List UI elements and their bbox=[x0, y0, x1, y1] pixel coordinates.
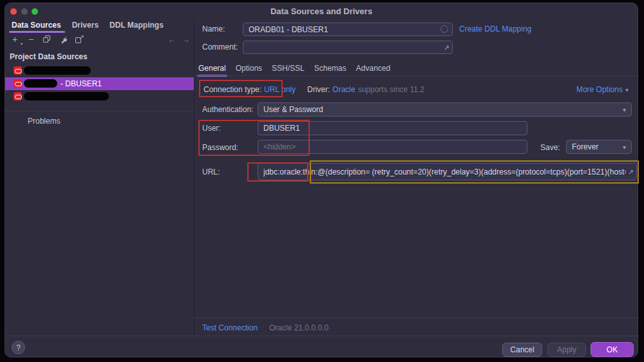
connection-type-value[interactable]: URL only bbox=[264, 85, 296, 94]
tab-schemas[interactable]: Schemas bbox=[314, 64, 346, 73]
titlebar: Data Sources and Drivers bbox=[5, 3, 638, 19]
driver-name-link[interactable]: Oracle bbox=[332, 85, 355, 94]
chevron-down-icon: ▾ bbox=[623, 106, 626, 113]
create-ddl-mapping-link[interactable]: Create DDL Mapping bbox=[459, 24, 531, 33]
data-source-item[interactable] bbox=[5, 64, 194, 77]
remove-icon[interactable]: − bbox=[26, 35, 35, 44]
apply-button: Apply bbox=[547, 343, 586, 357]
save-label: Save: bbox=[540, 143, 560, 152]
expand-icon[interactable]: ↗ bbox=[628, 167, 634, 176]
name-label: Name: bbox=[202, 24, 225, 33]
url-label: URL: bbox=[202, 167, 220, 176]
password-label: Password: bbox=[202, 143, 238, 152]
help-button[interactable]: ? bbox=[12, 341, 25, 354]
password-field bbox=[258, 140, 527, 154]
more-options-link[interactable]: More Options ▾ bbox=[576, 85, 629, 94]
tab-data-sources[interactable]: Data Sources bbox=[12, 21, 61, 30]
url-input[interactable] bbox=[258, 164, 636, 180]
window-title: Data Sources and Drivers bbox=[5, 6, 638, 16]
tab-ssh-ssl[interactable]: SSH/SSL bbox=[272, 64, 305, 73]
tab-drivers[interactable]: Drivers bbox=[72, 21, 99, 30]
back-icon[interactable]: ← bbox=[167, 35, 176, 44]
tab-ddl-mappings[interactable]: DDL Mappings bbox=[109, 21, 164, 30]
tab-general[interactable]: General bbox=[198, 64, 226, 73]
name-input[interactable] bbox=[243, 23, 452, 35]
name-field bbox=[243, 23, 453, 36]
redacted-name bbox=[24, 66, 91, 75]
data-source-item-selected[interactable]: - DBUSER1 bbox=[5, 77, 194, 90]
url-field: ↗ bbox=[258, 163, 637, 180]
duplicate-icon[interactable] bbox=[43, 35, 52, 44]
comment-field: ↗ bbox=[243, 41, 453, 54]
data-source-label: - DBUSER1 bbox=[61, 77, 102, 90]
tab-advanced[interactable]: Advanced bbox=[356, 64, 390, 73]
oracle-icon bbox=[14, 79, 22, 88]
footer-separator bbox=[5, 336, 639, 336]
redacted-name bbox=[24, 79, 57, 88]
authentication-label: Authentication: bbox=[202, 105, 253, 114]
data-source-item[interactable] bbox=[5, 90, 194, 103]
connection-type-row: Connection type: URL only Driver: Oracle… bbox=[204, 85, 424, 94]
wrench-icon[interactable] bbox=[59, 35, 68, 44]
form-tabs-underline bbox=[194, 75, 639, 76]
test-connection-link[interactable]: Test Connection bbox=[202, 323, 258, 332]
data-sources-toolbar: +▾ − ↗ ← → bbox=[5, 33, 194, 46]
chevron-down-icon: ▾ bbox=[625, 86, 629, 93]
refresh-circle-icon bbox=[440, 25, 448, 33]
left-panel-divider bbox=[5, 111, 194, 111]
open-in-editor-icon[interactable]: ↗ bbox=[75, 35, 84, 44]
save-dropdown[interactable]: Forever ▾ bbox=[566, 140, 632, 154]
tab-options[interactable]: Options bbox=[236, 64, 262, 73]
oracle-icon bbox=[14, 92, 22, 100]
panel-separator bbox=[194, 19, 194, 336]
cancel-button[interactable]: Cancel bbox=[502, 343, 542, 357]
test-connection-separator bbox=[194, 318, 639, 318]
user-input[interactable] bbox=[258, 122, 527, 135]
forward-icon[interactable]: → bbox=[182, 35, 190, 44]
chevron-down-icon: ▾ bbox=[623, 144, 626, 151]
project-data-sources-header: Project Data Sources bbox=[10, 52, 88, 61]
user-label: User: bbox=[202, 124, 221, 133]
expand-icon[interactable]: ↗ bbox=[444, 43, 450, 52]
password-input[interactable] bbox=[258, 140, 527, 153]
comment-label: Comment: bbox=[202, 43, 238, 52]
driver-note: supports since 11.2 bbox=[358, 85, 424, 94]
connection-type-label: Connection type: bbox=[204, 85, 261, 94]
driver-label: Driver: bbox=[307, 85, 330, 94]
form-tabs: General Options SSH/SSL Schemas Advanced bbox=[198, 62, 390, 74]
oracle-icon bbox=[14, 66, 22, 75]
redacted-name bbox=[24, 92, 109, 100]
ok-button[interactable]: OK bbox=[591, 342, 634, 357]
user-field bbox=[258, 121, 527, 135]
authentication-dropdown[interactable]: User & Password ▾ bbox=[258, 102, 632, 117]
add-caret-icon: ▾ bbox=[21, 41, 23, 46]
data-sources-and-drivers-dialog: Data Sources and Drivers Data Sources Dr… bbox=[5, 3, 638, 357]
problems-node[interactable]: Problems bbox=[28, 117, 61, 126]
add-icon[interactable]: +▾ bbox=[10, 35, 19, 44]
left-panel-tabs: Data Sources Drivers DDL Mappings bbox=[5, 19, 194, 32]
driver-version-text: Oracle 21.0.0.0.0 bbox=[269, 323, 328, 332]
comment-input[interactable] bbox=[243, 41, 452, 53]
